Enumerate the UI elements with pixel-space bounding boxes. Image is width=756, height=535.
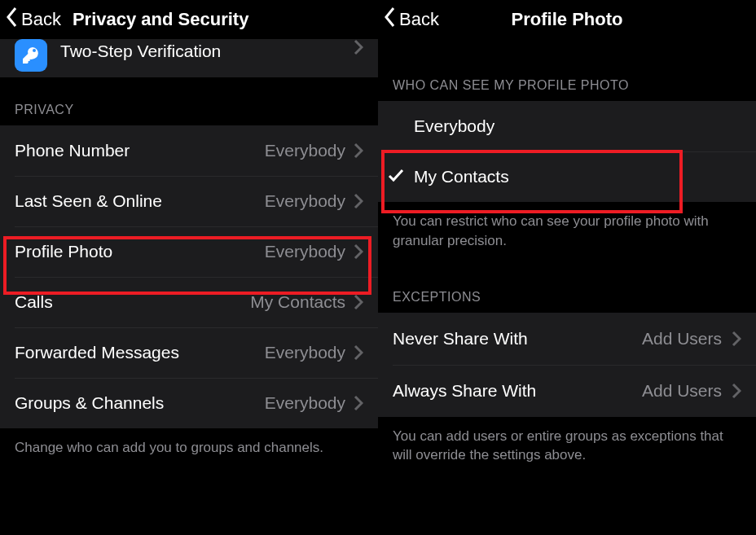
- chevron-right-icon: [354, 243, 363, 260]
- chevron-right-icon: [354, 344, 363, 361]
- row-label: Always Share With: [393, 381, 642, 401]
- chevron-right-icon: [732, 383, 741, 399]
- exceptions-section-header: EXCEPTIONS: [378, 251, 756, 313]
- row-value: Everybody: [265, 191, 345, 211]
- exceptions-footer-text: You can add users or entire groups as ex…: [378, 417, 756, 466]
- always-share-row[interactable]: Always Share With Add Users: [378, 365, 756, 417]
- row-label: Last Seen & Online: [15, 191, 265, 211]
- checkmark-icon: [387, 166, 405, 187]
- page-title: Privacy and Security: [73, 9, 248, 30]
- who-section-header: WHO CAN SEE MY PROFILE PHOTO: [378, 39, 756, 101]
- who-options-group: Everybody My Contacts: [378, 101, 756, 202]
- row-value: Everybody: [265, 393, 345, 413]
- row-label: Groups & Channels: [15, 393, 265, 413]
- phone-number-row[interactable]: Phone Number Everybody: [0, 125, 378, 176]
- last-seen-row[interactable]: Last Seen & Online Everybody: [0, 176, 378, 226]
- row-value: Everybody: [265, 141, 345, 160]
- option-label: My Contacts: [414, 167, 509, 186]
- back-label: Back: [399, 9, 439, 30]
- profile-photo-row[interactable]: Profile Photo Everybody: [0, 226, 378, 277]
- two-step-label: Two-Step Verification: [60, 39, 354, 64]
- exceptions-group: Never Share With Add Users Always Share …: [378, 313, 756, 417]
- page-title: Profile Photo: [512, 9, 623, 30]
- key-icon: [15, 39, 47, 72]
- privacy-section-header: PRIVACY: [0, 78, 378, 125]
- two-step-group: Two-Step Verification: [0, 39, 378, 78]
- groups-channels-row[interactable]: Groups & Channels Everybody: [0, 378, 378, 428]
- privacy-security-screen: Back Privacy and Security Two-Step Verif…: [0, 0, 378, 535]
- row-value: Add Users: [642, 329, 722, 349]
- chevron-right-icon: [354, 294, 363, 310]
- chevron-right-icon: [354, 39, 363, 55]
- never-share-row[interactable]: Never Share With Add Users: [378, 313, 756, 365]
- row-value: Everybody: [265, 343, 345, 362]
- chevron-left-icon: [5, 6, 20, 33]
- who-footer-text: You can restrict who can see your profil…: [378, 202, 756, 251]
- row-value: Add Users: [642, 381, 722, 401]
- chevron-right-icon: [354, 395, 363, 411]
- option-my-contacts[interactable]: My Contacts: [378, 151, 756, 202]
- check-column: [378, 166, 414, 187]
- row-label: Calls: [15, 292, 250, 312]
- forwarded-messages-row[interactable]: Forwarded Messages Everybody: [0, 327, 378, 378]
- chevron-right-icon: [354, 143, 363, 159]
- chevron-left-icon: [383, 6, 398, 33]
- chevron-right-icon: [354, 193, 363, 209]
- back-label: Back: [21, 9, 61, 30]
- two-step-verification-row[interactable]: Two-Step Verification: [0, 39, 378, 78]
- back-button[interactable]: Back: [5, 6, 61, 33]
- navbar: Back Privacy and Security: [0, 0, 378, 39]
- profile-photo-screen: Back Profile Photo WHO CAN SEE MY PROFIL…: [378, 0, 756, 535]
- back-button[interactable]: Back: [383, 6, 439, 33]
- row-label: Never Share With: [393, 329, 642, 349]
- calls-row[interactable]: Calls My Contacts: [0, 277, 378, 327]
- row-label: Phone Number: [15, 141, 265, 160]
- chevron-right-icon: [732, 331, 741, 347]
- privacy-group: Phone Number Everybody Last Seen & Onlin…: [0, 125, 378, 428]
- option-everybody[interactable]: Everybody: [378, 101, 756, 151]
- row-label: Forwarded Messages: [15, 343, 265, 362]
- row-value: My Contacts: [250, 292, 345, 312]
- row-value: Everybody: [265, 242, 345, 261]
- option-label: Everybody: [414, 116, 494, 136]
- navbar: Back Profile Photo: [378, 0, 756, 39]
- privacy-footer-text: Change who can add you to groups and cha…: [0, 428, 378, 458]
- row-label: Profile Photo: [15, 242, 265, 261]
